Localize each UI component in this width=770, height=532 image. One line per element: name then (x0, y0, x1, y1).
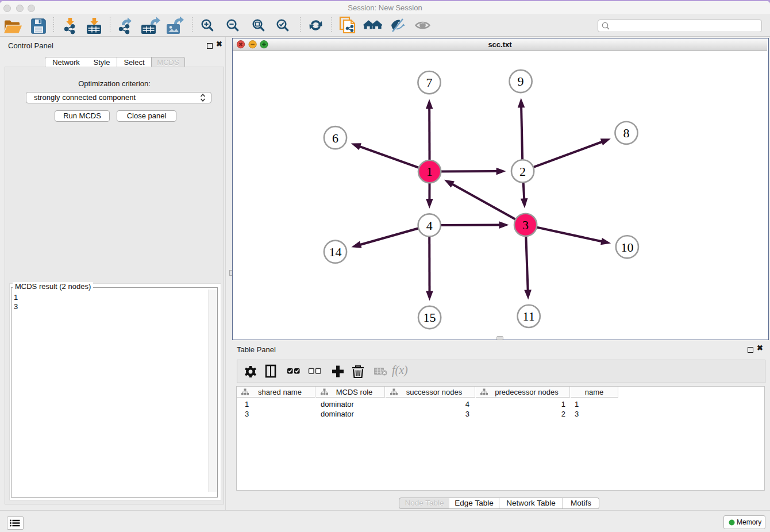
svg-text:4: 4 (426, 218, 433, 233)
svg-text:1: 1 (426, 164, 433, 179)
svg-text:10: 10 (621, 240, 633, 255)
svg-text:11: 11 (523, 309, 535, 323)
svg-text:9: 9 (518, 74, 524, 88)
svg-text:8: 8 (623, 126, 630, 140)
svg-text:3: 3 (522, 218, 529, 232)
svg-text:14: 14 (329, 245, 342, 259)
svg-text:2: 2 (519, 164, 526, 179)
svg-text:6: 6 (332, 131, 338, 145)
svg-text:7: 7 (426, 75, 433, 90)
svg-text:15: 15 (424, 310, 436, 325)
